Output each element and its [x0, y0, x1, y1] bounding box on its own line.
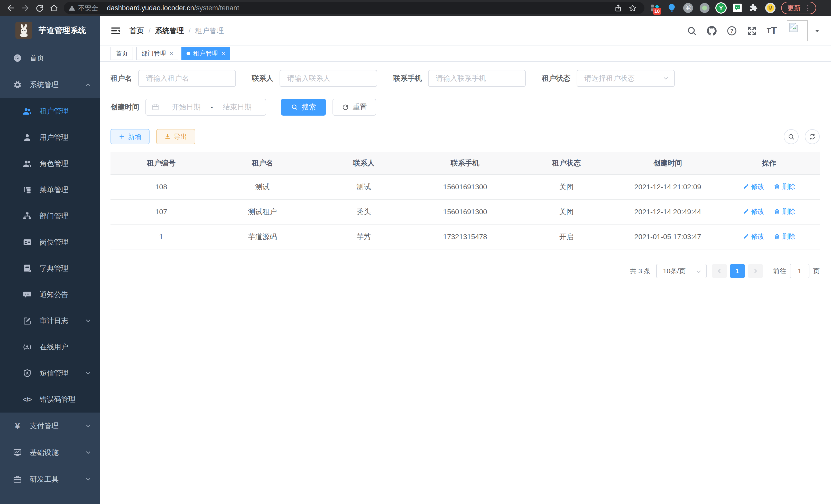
breadcrumb-system[interactable]: 系统管理: [155, 26, 184, 36]
search-button[interactable]: 搜索: [281, 99, 326, 116]
close-icon[interactable]: ×: [170, 50, 173, 57]
sidebar-item-label: 角色管理: [39, 159, 68, 169]
sidebar-item-sms[interactable]: 短信管理: [0, 360, 100, 386]
avatar[interactable]: [787, 20, 808, 41]
mobile-input[interactable]: [428, 70, 526, 87]
sidebar-item-infra[interactable]: 基础设施: [0, 439, 100, 466]
tenant-name-input[interactable]: [138, 70, 236, 87]
dashboard-icon: [12, 53, 23, 63]
browser-reload-icon[interactable]: [32, 1, 47, 15]
header-search-icon[interactable]: [687, 26, 697, 36]
edit-link[interactable]: 修改: [743, 207, 765, 216]
filter-row-2: 创建时间 开始日期 - 结束日期 搜索: [111, 99, 820, 116]
edit-link[interactable]: 修改: [743, 232, 765, 241]
browser-forward-icon[interactable]: [18, 1, 32, 15]
delete-link[interactable]: 删除: [774, 232, 796, 241]
sidebar-item-post[interactable]: 岗位管理: [0, 229, 100, 255]
browser-home-icon[interactable]: [47, 1, 61, 15]
cell-actions: 修改 删除: [718, 182, 820, 191]
sidebar-item-online-user[interactable]: 在线用户: [0, 334, 100, 360]
tag-label: 部门管理: [141, 49, 166, 58]
delete-link[interactable]: 删除: [774, 207, 796, 216]
tag-label: 租户管理: [193, 49, 218, 58]
sidebar-item-notice[interactable]: 通知公告: [0, 281, 100, 308]
edit-link[interactable]: 修改: [743, 182, 765, 191]
github-icon[interactable]: [707, 26, 717, 36]
prev-page-icon[interactable]: [712, 264, 727, 278]
caret-down-icon[interactable]: [813, 27, 821, 34]
close-icon[interactable]: ×: [222, 50, 225, 57]
chrome-update-label: 更新: [787, 4, 801, 12]
goto-page-input[interactable]: [790, 264, 809, 278]
app-logo[interactable]: 芋道管理系统: [0, 16, 100, 45]
extension-y-icon[interactable]: Y: [714, 1, 728, 14]
status-select-value[interactable]: [577, 70, 675, 87]
reset-button[interactable]: 重置: [333, 99, 376, 116]
sidebar-item-home[interactable]: 首页: [0, 45, 100, 71]
chevron-down-icon: [85, 422, 91, 429]
column-header: 联系人: [313, 158, 414, 168]
add-button[interactable]: 新增: [111, 129, 149, 144]
sidebar-item-errcode[interactable]: </> 错误码管理: [0, 386, 100, 413]
sidebar-item-dept[interactable]: 部门管理: [0, 203, 100, 229]
sidebar-item-audit-log[interactable]: 审计日志: [0, 308, 100, 334]
page-size-select[interactable]: 10条/页: [656, 264, 707, 278]
column-header: 租户状态: [516, 158, 617, 168]
extension-command-icon[interactable]: ⌘: [682, 1, 695, 14]
export-button[interactable]: 导出: [156, 129, 195, 144]
next-page-icon[interactable]: [748, 264, 763, 278]
not-secure-label: 不安全: [78, 4, 98, 12]
page-number-current[interactable]: 1: [730, 264, 745, 278]
sidebar-fold-icon[interactable]: [111, 26, 121, 36]
tag-dept[interactable]: 部门管理 ×: [136, 47, 178, 60]
table-refresh-icon[interactable]: [805, 129, 820, 144]
sidebar-item-user[interactable]: 用户管理: [0, 124, 100, 151]
browser-back-icon[interactable]: [4, 1, 18, 15]
extension-chat-icon[interactable]: [731, 1, 744, 14]
sidebar-item-role[interactable]: 角色管理: [0, 151, 100, 177]
cell-status: 开启: [516, 232, 617, 242]
sidebar-item-system[interactable]: 系统管理: [0, 71, 100, 98]
sidebar-item-menu[interactable]: 菜单管理: [0, 177, 100, 203]
extension-grid-icon[interactable]: 10: [649, 1, 662, 14]
extension-puzzle-icon[interactable]: [747, 1, 761, 14]
extension-record-icon[interactable]: [698, 1, 711, 14]
help-icon[interactable]: ?: [727, 26, 737, 36]
monitor-icon: [12, 448, 23, 457]
sidebar-item-label: 审计日志: [39, 316, 68, 326]
chrome-update-button[interactable]: 更新 ⋮: [781, 2, 816, 14]
extension-emoji-icon[interactable]: [764, 1, 777, 14]
table-row: 107 测试租户 秃头 15601691300 关闭 2021-12-14 20…: [111, 200, 820, 225]
contact-input[interactable]: [280, 70, 377, 87]
sidebar-item-payment[interactable]: ¥ 支付管理: [0, 413, 100, 439]
mobile-label: 联系手机: [393, 73, 422, 83]
column-header: 租户名: [212, 158, 313, 168]
sidebar-item-tenant[interactable]: 租户管理: [0, 98, 100, 124]
system-submenu: 租户管理 用户管理 角色管理: [0, 98, 100, 413]
bookmark-star-icon[interactable]: [625, 1, 640, 15]
status-select[interactable]: [577, 70, 675, 87]
cell-tenant-name: 芋道源码: [212, 232, 313, 242]
chevron-down-icon: [85, 449, 91, 456]
sidebar-item-devtools[interactable]: 研发工具: [0, 466, 100, 493]
sidebar-item-label: 系统管理: [30, 80, 59, 90]
cell-tenant-name: 测试租户: [212, 207, 313, 217]
sidebar-item-dict[interactable]: 字典管理: [0, 255, 100, 281]
extension-balloon-icon[interactable]: [665, 1, 678, 14]
fullscreen-icon[interactable]: [747, 26, 757, 36]
toolbox-icon: [12, 475, 23, 484]
goto-label: 前往: [773, 267, 786, 276]
date-range-picker[interactable]: 开始日期 - 结束日期: [145, 99, 266, 116]
sidebar-item-label: 岗位管理: [39, 237, 68, 247]
url-text: dashboard.yudao.iocoder.cn/system/tenant: [107, 4, 239, 12]
delete-link[interactable]: 删除: [774, 182, 796, 191]
chrome-menu-icon[interactable]: ⋮: [804, 4, 811, 12]
tag-tenant-active[interactable]: 租户管理 ×: [181, 47, 230, 60]
table-search-toggle-icon[interactable]: [784, 129, 799, 144]
breadcrumb-home[interactable]: 首页: [130, 26, 144, 36]
address-bar[interactable]: 不安全 dashboard.yudao.iocoder.cn/system/te…: [64, 2, 644, 14]
date-end-placeholder: 结束日期: [214, 102, 260, 112]
share-icon[interactable]: [611, 1, 625, 15]
font-size-icon[interactable]: TT: [767, 25, 777, 36]
tag-home[interactable]: 首页: [111, 47, 133, 60]
